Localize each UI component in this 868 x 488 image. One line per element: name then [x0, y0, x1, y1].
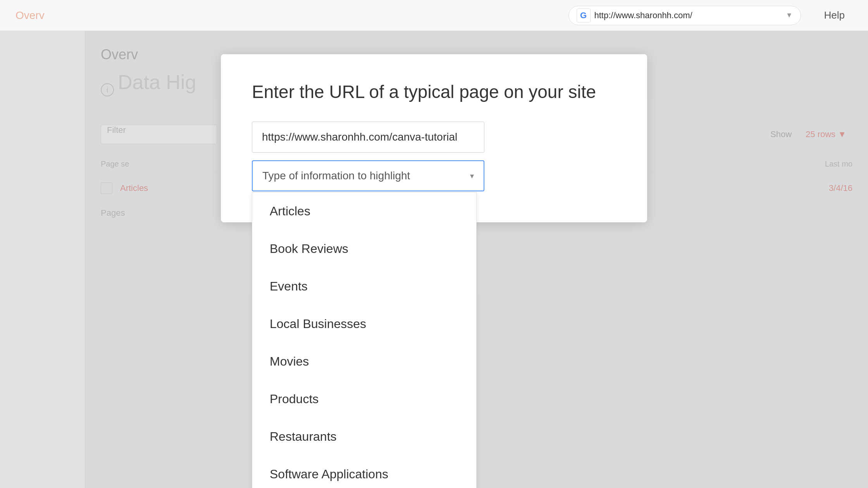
modal-dialog: Enter the URL of a typical page on your …: [221, 54, 647, 222]
dropdown-container: Type of information to highlight ▾ Artic…: [252, 160, 484, 191]
dropdown-selected-label: Type of information to highlight: [262, 170, 410, 182]
dropdown-trigger[interactable]: Type of information to highlight ▾: [252, 160, 484, 191]
browser-bar: Overv G http://www.sharonhh.com/ ▼ Help: [0, 0, 868, 31]
dropdown-item[interactable]: Restaurants: [252, 418, 476, 455]
dropdown-item[interactable]: Movies: [252, 343, 476, 380]
dropdown-item[interactable]: Events: [252, 268, 476, 305]
google-icon: G: [577, 9, 591, 22]
dropdown-menu: ArticlesBook ReviewsEventsLocal Business…: [252, 192, 477, 488]
modal-title: Enter the URL of a typical page on your …: [252, 81, 616, 102]
browser-tab-label: Overv: [16, 9, 45, 22]
address-dropdown-arrow-icon: ▼: [786, 11, 793, 19]
dropdown-item[interactable]: Products: [252, 380, 476, 418]
modal-overlay: Enter the URL of a typical page on your …: [0, 31, 868, 488]
address-bar[interactable]: G http://www.sharonhh.com/ ▼: [568, 6, 801, 25]
url-input[interactable]: [252, 122, 484, 153]
address-text: http://www.sharonhh.com/: [594, 10, 782, 21]
help-button[interactable]: Help: [816, 6, 852, 24]
dropdown-item[interactable]: Software Applications: [252, 455, 476, 488]
dropdown-item[interactable]: Articles: [252, 192, 476, 230]
dropdown-item[interactable]: Local Businesses: [252, 305, 476, 343]
dropdown-arrow-icon: ▾: [470, 171, 474, 180]
dropdown-item[interactable]: Book Reviews: [252, 230, 476, 268]
